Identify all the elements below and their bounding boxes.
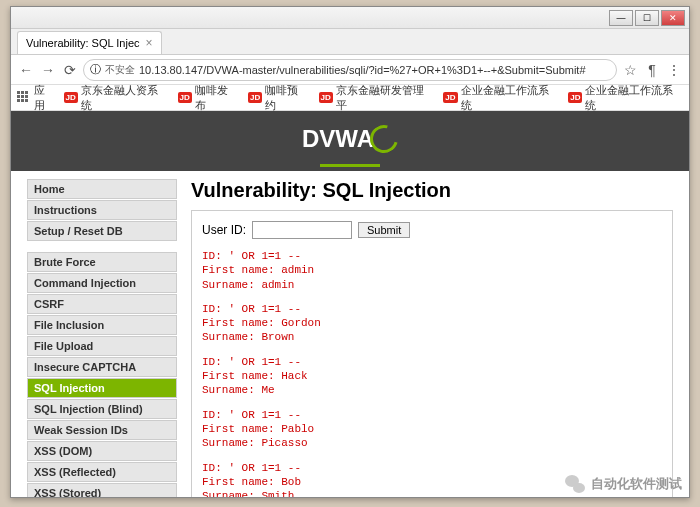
jd-icon: JD <box>319 92 333 103</box>
bookmark-item[interactable]: JD企业金融工作流系统 <box>443 83 558 113</box>
maximize-button[interactable]: ☐ <box>635 10 659 26</box>
submit-button[interactable]: Submit <box>358 222 410 238</box>
sidebar-item[interactable]: XSS (Reflected) <box>27 462 177 482</box>
sidebar-item[interactable]: Command Injection <box>27 273 177 293</box>
main-content: Vulnerability: SQL Injection User ID: Su… <box>191 179 673 497</box>
wechat-icon <box>563 473 585 495</box>
sidebar-item[interactable]: SQL Injection <box>27 378 177 398</box>
nav-bar: ← → ⟳ ⓘ 不安全 10.13.80.147/DVWA-master/vul… <box>11 55 689 85</box>
sidebar-item[interactable]: XSS (DOM) <box>27 441 177 461</box>
sidebar-item[interactable]: File Upload <box>27 336 177 356</box>
result-block: ID: ' OR 1=1 -- First name: Pablo Surnam… <box>202 408 662 451</box>
sidebar-item[interactable]: Home <box>27 179 177 199</box>
sidebar-item[interactable]: XSS (Stored) <box>27 483 177 497</box>
bookmark-item[interactable]: JD京东金融人资系统 <box>64 83 168 113</box>
info-icon: ⓘ <box>90 62 101 77</box>
bookmark-item[interactable]: JD企业金融工作流系统 <box>568 83 683 113</box>
back-button[interactable]: ← <box>17 61 35 79</box>
titlebar: — ☐ ✕ <box>11 7 689 29</box>
results: ID: ' OR 1=1 -- First name: admin Surnam… <box>202 249 662 497</box>
jd-icon: JD <box>178 92 192 103</box>
vulnerability-panel: User ID: Submit ID: ' OR 1=1 -- First na… <box>191 210 673 497</box>
result-block: ID: ' OR 1=1 -- First name: Gordon Surna… <box>202 302 662 345</box>
bookmark-item[interactable]: JD咖啡发布 <box>178 83 239 113</box>
userid-label: User ID: <box>202 223 246 237</box>
jd-icon: JD <box>64 92 78 103</box>
apps-button[interactable]: 应用 <box>17 83 56 113</box>
paragraph-icon[interactable]: ¶ <box>643 61 661 79</box>
sidebar-item[interactable]: File Inclusion <box>27 315 177 335</box>
bookmark-item[interactable]: JD咖啡预约 <box>248 83 309 113</box>
star-icon[interactable]: ☆ <box>621 61 639 79</box>
sidebar-item[interactable]: Setup / Reset DB <box>27 221 177 241</box>
tab-title: Vulnerability: SQL Injec <box>26 37 140 49</box>
sidebar-item[interactable]: CSRF <box>27 294 177 314</box>
sidebar: HomeInstructionsSetup / Reset DB Brute F… <box>27 179 177 497</box>
browser-tab[interactable]: Vulnerability: SQL Injec × <box>17 31 162 54</box>
header: DVWA <box>11 111 689 166</box>
menu-icon[interactable]: ⋮ <box>665 61 683 79</box>
minimize-button[interactable]: — <box>609 10 633 26</box>
bookmark-bar: 应用 JD京东金融人资系统JD咖啡发布JD咖啡预约JD京东金融研发管理平JD企业… <box>11 85 689 111</box>
page-title: Vulnerability: SQL Injection <box>191 179 673 202</box>
sidebar-item[interactable]: Weak Session IDs <box>27 420 177 440</box>
tab-bar: Vulnerability: SQL Injec × <box>11 29 689 55</box>
url-text: 10.13.80.147/DVWA-master/vulnerabilities… <box>139 64 586 76</box>
address-bar[interactable]: ⓘ 不安全 10.13.80.147/DVWA-master/vulnerabi… <box>83 59 617 81</box>
userid-input[interactable] <box>252 221 352 239</box>
sidebar-item[interactable]: Insecure CAPTCHA <box>27 357 177 377</box>
sidebar-item[interactable]: Brute Force <box>27 252 177 272</box>
tab-close-icon[interactable]: × <box>146 36 153 50</box>
sidebar-item[interactable]: Instructions <box>27 200 177 220</box>
forward-button[interactable]: → <box>39 61 57 79</box>
insecure-label: 不安全 <box>105 63 135 77</box>
jd-icon: JD <box>568 92 582 103</box>
watermark: 自动化软件测试 <box>563 473 682 495</box>
result-block: ID: ' OR 1=1 -- First name: admin Surnam… <box>202 249 662 292</box>
dvwa-logo: DVWA <box>302 125 398 153</box>
reload-button[interactable]: ⟳ <box>61 61 79 79</box>
jd-icon: JD <box>443 92 457 103</box>
sidebar-item[interactable]: SQL Injection (Blind) <box>27 399 177 419</box>
close-button[interactable]: ✕ <box>661 10 685 26</box>
jd-icon: JD <box>248 92 262 103</box>
apps-icon <box>17 91 31 105</box>
bookmark-item[interactable]: JD京东金融研发管理平 <box>319 83 434 113</box>
result-block: ID: ' OR 1=1 -- First name: Hack Surname… <box>202 355 662 398</box>
page-content: DVWA HomeInstructionsSetup / Reset DB Br… <box>11 111 689 497</box>
